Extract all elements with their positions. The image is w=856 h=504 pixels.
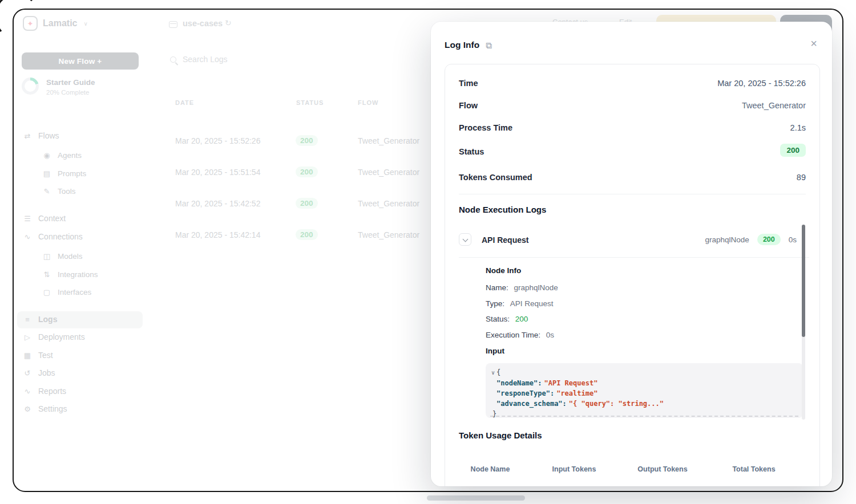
sidebar-item-context[interactable]: ☰ Context	[23, 214, 66, 223]
chevron-down-icon[interactable]: ∨	[83, 21, 87, 27]
tools-icon: ✎	[42, 187, 51, 196]
status-badge: 200	[296, 198, 318, 209]
code-key: "nodeName":	[496, 379, 542, 387]
brand-name: Lamatic	[43, 18, 77, 29]
code-value: "{ "query": "string..."	[569, 400, 664, 408]
sidebar-item-logs[interactable]: ≡ Logs	[23, 315, 57, 324]
column-header-node-name: Node Name	[471, 465, 510, 473]
search-input[interactable]: Search Logs	[183, 55, 228, 64]
settings-icon: ⚙	[23, 405, 32, 413]
prompts-icon: ▤	[42, 169, 51, 178]
connections-icon: ∿	[23, 233, 32, 241]
tokens-consumed-value: 89	[797, 173, 806, 182]
code-line: "responeType":"realtime"	[491, 388, 797, 399]
page-horizontal-scrollbar[interactable]	[427, 495, 525, 501]
type-label: Type:	[486, 299, 504, 308]
sidebar-item-tools[interactable]: ✎ Tools	[42, 187, 76, 196]
code-line: "nodeName":"API Request"	[491, 378, 797, 388]
code-line: }	[491, 409, 797, 419]
type-value: API Request	[510, 299, 554, 308]
sidebar-item-jobs[interactable]: ↺ Jobs	[23, 368, 55, 377]
log-flow: Tweet_Generator	[358, 199, 419, 208]
sidebar-label: Agents	[58, 151, 82, 160]
column-header-input-tokens: Input Tokens	[552, 465, 596, 473]
sidebar-item-integrations[interactable]: ⇅ Integrations	[42, 270, 98, 279]
context-icon: ☰	[23, 214, 32, 223]
scrollbar-thumb[interactable]	[802, 225, 805, 337]
code-key: "advance_schema":	[496, 400, 567, 408]
sidebar-label: Models	[58, 252, 83, 261]
status-label: Status	[459, 147, 484, 156]
node-time: 0s	[789, 235, 797, 244]
node-execution-logs-heading: Node Execution Logs	[459, 205, 546, 214]
sidebar-item-prompts[interactable]: ▤ Prompts	[42, 169, 86, 178]
close-icon[interactable]: ×	[810, 37, 817, 50]
name-value: graphqlNode	[514, 283, 558, 292]
sidebar-item-agents[interactable]: ◉ Agents	[42, 151, 82, 160]
process-time-label: Process Time	[459, 123, 512, 132]
refresh-icon[interactable]: ↻	[225, 18, 232, 27]
app-window: ✦ Lamatic ∨ New Flow + Starter Guide 20%…	[0, 0, 856, 504]
sidebar-item-connections[interactable]: ∿ Connections	[23, 232, 83, 241]
node-title: API Request	[482, 235, 528, 245]
log-date: Mar 20, 2025 - 15:51:54	[175, 168, 260, 177]
sidebar-item-models[interactable]: ◫ Models	[42, 252, 83, 261]
sidebar-item-settings[interactable]: ⚙ Settings	[23, 404, 67, 413]
sidebar-item-interfaces[interactable]: ▢ Interfaces	[42, 288, 91, 296]
log-detail-card: Time Mar 20, 2025 - 15:52:26 Flow Tweet_…	[445, 64, 820, 486]
log-flow: Tweet_Generator	[358, 168, 419, 177]
expand-collapse-button[interactable]	[459, 233, 471, 246]
node-status-badge: 200	[757, 234, 781, 245]
column-header-output-tokens: Output Tokens	[637, 465, 687, 473]
starter-guide-title: Starter Guide	[46, 78, 95, 87]
scrollbar-track[interactable]	[802, 225, 805, 420]
brand-header[interactable]: ✦ Lamatic ∨	[23, 16, 88, 31]
test-icon: ▦	[23, 351, 32, 360]
node-name: graphqlNode	[705, 235, 749, 244]
tokens-consumed-label: Tokens Consumed	[459, 173, 532, 182]
starter-guide[interactable]: Starter Guide 20% Complete	[22, 78, 95, 96]
flows-icon: ⇄	[23, 132, 32, 140]
sidebar-label: Settings	[38, 404, 67, 413]
sidebar-item-flows[interactable]: ⇄ Flows	[23, 131, 59, 140]
sidebar-item-reports[interactable]: ∿ Reports	[23, 387, 66, 396]
time-label: Time	[459, 79, 478, 88]
deployments-icon: ▷	[23, 333, 32, 342]
divider	[459, 257, 809, 258]
new-flow-button[interactable]: New Flow +	[22, 52, 139, 70]
horizontal-scrollbar[interactable]	[490, 416, 798, 417]
starter-guide-subtitle: 20% Complete	[46, 89, 95, 96]
reports-icon: ∿	[23, 387, 32, 396]
node-info-type: Type: API Request	[486, 299, 554, 308]
sidebar-item-test[interactable]: ▦ Test	[23, 351, 53, 360]
code-value: "API Request"	[544, 379, 597, 387]
collapse-caret-icon[interactable]: ∨	[491, 369, 495, 376]
input-heading: Input	[486, 347, 504, 355]
status-badge: 200	[780, 144, 806, 157]
copy-icon[interactable]: ⧉	[486, 40, 492, 51]
sidebar-label: Tools	[58, 187, 76, 196]
time-value: Mar 20, 2025 - 15:52:26	[717, 79, 806, 88]
status-badge: 200	[296, 166, 318, 177]
input-code-block[interactable]: ∨{ "nodeName":"API Request" "responeType…	[486, 363, 803, 418]
project-switcher[interactable]: use-cases	[183, 19, 223, 28]
status-value: 200	[515, 315, 528, 323]
node-info-execution-time: Execution Time: 0s	[486, 331, 554, 339]
code-line: "advance_schema":"{ "query": "string..."	[491, 399, 797, 409]
models-icon: ◫	[42, 252, 51, 261]
search-icon	[170, 56, 176, 63]
sidebar-item-deployments[interactable]: ▷ Deployments	[23, 332, 85, 342]
code-key: "responeType":	[496, 389, 554, 397]
sidebar-label: Context	[38, 214, 66, 223]
process-time-value: 2.1s	[790, 123, 806, 132]
jobs-icon: ↺	[23, 369, 32, 377]
sidebar-label: Interfaces	[58, 288, 91, 296]
column-header-flow: FLOW	[358, 99, 378, 106]
column-header-status: STATUS	[296, 99, 324, 106]
column-header-total-tokens: Total Tokens	[732, 465, 775, 473]
column-header-date: DATE	[175, 99, 194, 106]
name-label: Name:	[486, 283, 508, 292]
node-info-heading: Node Info	[486, 266, 521, 275]
node-info-name: Name: graphqlNode	[486, 283, 558, 292]
code-line: ∨{	[491, 367, 797, 378]
